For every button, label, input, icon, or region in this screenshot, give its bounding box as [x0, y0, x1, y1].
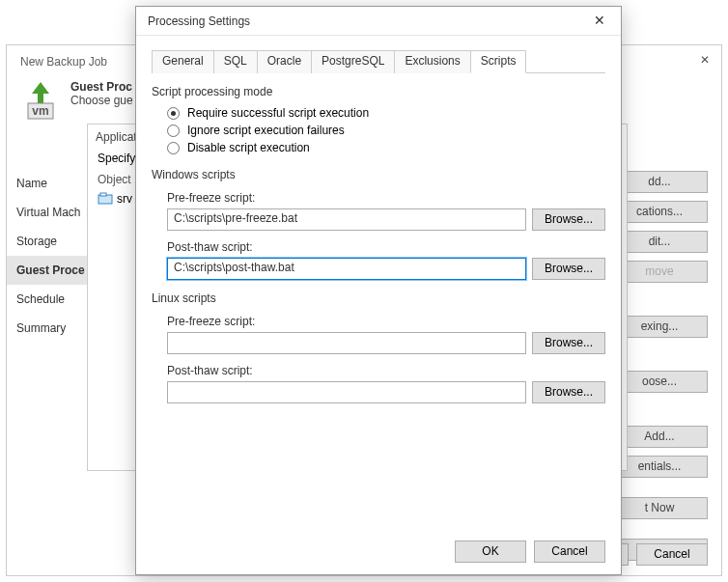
linux-pre-freeze-input[interactable]	[167, 332, 526, 354]
nav-summary[interactable]: Summary	[7, 314, 96, 343]
radio-label: Disable script execution	[187, 141, 310, 154]
dialog-close-icon[interactable]: ✕	[586, 11, 613, 32]
radio-disable[interactable]: Disable script execution	[152, 139, 605, 156]
dialog-body: General SQL Oracle PostgreSQL Exclusions…	[152, 49, 605, 530]
script-mode-title: Script processing mode	[152, 85, 605, 98]
wizard-heading-block: Guest Proc Choose gue	[70, 80, 133, 107]
nav-virtual-machines[interactable]: Virtual Mach	[7, 198, 96, 227]
win-pre-freeze-input[interactable]: C:\scripts\pre-freeze.bat	[167, 208, 526, 231]
script-mode-section: Script processing mode Require successfu…	[152, 85, 605, 156]
radio-icon	[167, 142, 180, 154]
browse-button-win-pre[interactable]: Browse...	[532, 208, 605, 231]
radio-label: Require successful script execution	[187, 106, 369, 120]
apps-item-label: srv	[117, 192, 132, 206]
svg-rect-3	[100, 193, 106, 196]
ok-button[interactable]: OK	[455, 540, 526, 563]
svg-text:vm: vm	[32, 104, 48, 118]
tab-oracle[interactable]: Oracle	[257, 50, 312, 73]
win-post-label: Post-thaw script:	[167, 240, 605, 254]
linux-pre-label: Pre-freeze script:	[167, 315, 605, 328]
linux-post-label: Post-thaw script:	[167, 364, 605, 377]
linux-post-thaw-input[interactable]	[167, 381, 526, 403]
cancel-button[interactable]: Cancel	[534, 540, 605, 563]
apps-object-header: Object	[98, 173, 131, 186]
radio-ignore-failures[interactable]: Ignore script execution failures	[152, 122, 605, 139]
browse-button-win-post[interactable]: Browse...	[532, 258, 605, 280]
win-fields: Pre-freeze script: C:\scripts\pre-freeze…	[152, 191, 605, 280]
win-post-thaw-input[interactable]: C:\scripts\post-thaw.bat	[167, 258, 526, 280]
browse-button-linux-pre[interactable]: Browse...	[532, 332, 605, 354]
apps-list-item[interactable]: srv	[98, 192, 132, 206]
tab-scripts[interactable]: Scripts	[470, 50, 527, 73]
tab-general[interactable]: General	[152, 50, 214, 73]
vm-icon	[98, 192, 113, 206]
nav-schedule[interactable]: Schedule	[7, 285, 96, 314]
nav-storage[interactable]: Storage	[7, 227, 96, 256]
dialog-footer: OK Cancel	[455, 540, 605, 563]
tabs: General SQL Oracle PostgreSQL Exclusions…	[152, 49, 605, 73]
tab-postgresql[interactable]: PostgreSQL	[311, 50, 395, 73]
apps-title: Applicati	[96, 130, 139, 144]
nav-guest-processing[interactable]: Guest Proce	[7, 256, 96, 285]
test-now-button[interactable]: t Now	[611, 497, 708, 519]
nav-name[interactable]: Name	[7, 169, 96, 198]
linux-fields: Pre-freeze script: Browse... Post-thaw s…	[152, 315, 605, 403]
dialog-titlebar: Processing Settings ✕	[136, 7, 621, 36]
linux-scripts-title: Linux scripts	[152, 291, 605, 305]
processing-settings-dialog: Processing Settings ✕ General SQL Oracle…	[135, 6, 622, 575]
wizard-nav: Name Virtual Mach Storage Guest Proce Sc…	[7, 161, 96, 343]
radio-require-success[interactable]: Require successful script execution	[152, 104, 605, 122]
tab-exclusions[interactable]: Exclusions	[394, 50, 470, 73]
wizard-vm-icon: vm	[20, 80, 61, 121]
windows-scripts-section: Windows scripts Pre-freeze script: C:\sc…	[152, 168, 605, 280]
wizard-cancel-button[interactable]: Cancel	[636, 543, 708, 566]
guest-proc-title: Guest Proc	[70, 80, 133, 94]
apps-specify: Specify	[98, 152, 135, 165]
dialog-title: Processing Settings	[148, 14, 250, 28]
wizard-title: New Backup Job	[20, 55, 107, 69]
guest-proc-sub: Choose gue	[70, 94, 133, 107]
linux-scripts-section: Linux scripts Pre-freeze script: Browse.…	[152, 291, 605, 403]
browse-button-linux-post[interactable]: Browse...	[532, 381, 605, 403]
win-pre-label: Pre-freeze script:	[167, 191, 605, 205]
windows-scripts-title: Windows scripts	[152, 168, 605, 181]
tab-sql[interactable]: SQL	[213, 50, 258, 73]
radio-icon	[167, 125, 180, 137]
wizard-close-icon[interactable]: ✕	[696, 53, 714, 70]
radio-icon	[167, 107, 180, 120]
radio-label: Ignore script execution failures	[187, 124, 345, 137]
